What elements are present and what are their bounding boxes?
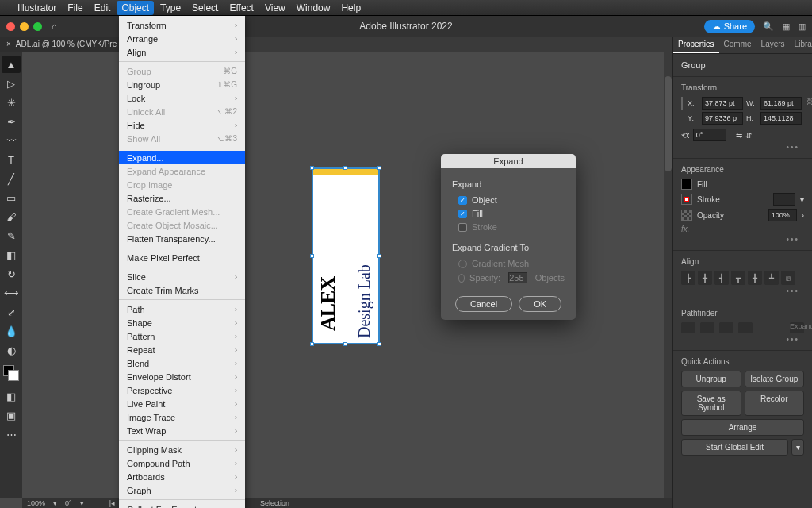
menu-effect[interactable]: Effect [229,2,253,13]
menu-item-path[interactable]: Path› [119,302,245,316]
align-to-icon[interactable]: ⎚ [781,271,795,285]
menu-item-ungroup[interactable]: Ungroup⇧⌘G [119,78,245,91]
intersect-icon[interactable] [719,322,733,333]
menu-file[interactable]: File [67,2,82,13]
close-tab-icon[interactable]: × [6,40,11,48]
global-edit-button[interactable]: Start Global Edit [681,439,788,456]
shaper-tool[interactable]: ✎ [2,227,21,244]
selection-bounding-box[interactable] [312,167,380,344]
more-options-icon[interactable]: ••• [681,141,804,152]
menu-edit[interactable]: Edit [94,2,111,13]
window-minimize-button[interactable] [20,22,29,31]
exclude-icon[interactable] [738,322,753,333]
more-options-icon[interactable]: ••• [681,285,804,295]
menu-item-flatten-transparency[interactable]: Flatten Transparency... [119,232,245,245]
magic-wand-tool[interactable]: ✳ [2,94,21,111]
menu-item-collect-for-export[interactable]: Collect For Export› [119,502,245,508]
fx-label[interactable]: fx. [681,225,804,233]
menu-item-slice[interactable]: Slice› [119,270,245,283]
align-top-icon[interactable]: ┳ [731,271,745,285]
menu-help[interactable]: Help [341,2,361,13]
global-edit-dropdown-icon[interactable]: ▾ [791,439,804,456]
menu-item-transform[interactable]: Transform› [119,18,245,32]
menu-item-image-trace[interactable]: Image Trace› [119,410,245,424]
menu-item-arrange[interactable]: Arrange› [119,32,245,45]
screen-mode-icon[interactable]: ▣ [2,406,21,424]
scrollbar-thumb[interactable] [665,76,672,171]
color-mode-icon[interactable]: ◧ [2,387,21,405]
share-button[interactable]: ☁Share [704,20,755,33]
link-wh-icon[interactable]: ⛓ [806,97,812,106]
type-tool[interactable]: T [2,151,21,168]
menu-item-create-trim-marks[interactable]: Create Trim Marks [119,283,245,297]
menu-item-shape[interactable]: Shape› [119,316,245,329]
y-input[interactable] [702,112,743,125]
align-vcenter-icon[interactable]: ╋ [748,271,762,285]
fill-stroke-swatch[interactable] [3,365,19,381]
menu-item-expand[interactable]: Expand... [119,151,245,164]
menu-item-text-wrap[interactable]: Text Wrap› [119,424,245,437]
stroke-weight-input[interactable] [773,193,795,206]
menu-item-repeat[interactable]: Repeat› [119,343,245,356]
angle-input[interactable] [693,129,726,141]
menu-item-live-paint[interactable]: Live Paint› [119,397,245,410]
first-artboard-icon[interactable]: |◂ [108,499,117,507]
opacity-swatch[interactable] [681,210,692,221]
document-tab[interactable]: × ADL.ai @ 100 % (CMYK/Pre [0,37,124,52]
align-left-icon[interactable]: ┣ [681,271,695,285]
window-close-button[interactable] [6,22,15,31]
unite-icon[interactable] [681,322,695,333]
menu-item-rasterize[interactable]: Rasterize... [119,191,245,205]
gradient-tool[interactable]: ◐ [2,341,21,359]
menu-illustrator[interactable]: Illustrator [17,2,56,13]
align-right-icon[interactable]: ┫ [714,271,729,285]
tab-properties[interactable]: Properties [673,37,719,53]
checkbox-icon[interactable]: ✓ [458,196,467,205]
workspace-icon[interactable]: ▥ [798,21,806,32]
h-input[interactable] [760,112,802,125]
selection-tool[interactable]: ▲ [2,56,21,73]
cancel-button[interactable]: Cancel [455,296,512,312]
ok-button[interactable]: OK [519,296,561,312]
save-symbol-button[interactable]: Save as Symbol [681,391,741,416]
menu-object[interactable]: Object [117,1,154,15]
rotate-tool[interactable]: ↻ [2,265,21,283]
menu-view[interactable]: View [265,2,285,13]
opacity-input[interactable] [768,209,797,221]
home-icon[interactable]: ⌂ [52,21,57,31]
minus-front-icon[interactable] [700,322,714,333]
pen-tool[interactable]: ✒ [2,113,21,130]
zoom-level[interactable]: 100% [27,499,45,507]
align-bottom-icon[interactable]: ┻ [764,271,779,285]
rotate-dropdown-icon[interactable]: ▾ [80,499,84,507]
isolate-group-button[interactable]: Isolate Group [745,371,805,387]
menu-type[interactable]: Type [160,2,181,13]
paintbrush-tool[interactable]: 🖌 [2,208,21,225]
rectangle-tool[interactable]: ▭ [2,189,21,206]
search-icon[interactable]: 🔍 [763,21,774,32]
free-transform-tool[interactable]: ⤢ [2,303,21,321]
edit-toolbar-icon[interactable]: ⋯ [2,425,21,443]
menu-window[interactable]: Window [297,2,331,13]
reference-point-icon[interactable] [681,97,683,110]
menu-item-lock[interactable]: Lock› [119,91,245,105]
arrange-documents-icon[interactable]: ▦ [782,21,790,32]
menu-item-align[interactable]: Align› [119,45,245,59]
fill-swatch[interactable] [681,179,692,190]
menu-item-clipping-mask[interactable]: Clipping Mask› [119,443,245,456]
more-options-icon[interactable]: ••• [681,233,804,244]
width-tool[interactable]: ⟷ [2,284,21,302]
checkbox-icon[interactable]: ✓ [458,210,467,218]
flip-h-icon[interactable]: ⇋ [736,131,742,140]
opacity-dropdown-icon[interactable]: › [802,211,804,220]
w-input[interactable] [760,97,802,110]
menu-item-graph[interactable]: Graph› [119,483,245,497]
align-hcenter-icon[interactable]: ╋ [698,271,712,285]
eraser-tool[interactable]: ◧ [2,246,21,264]
tab-libraries[interactable]: Librarie [790,37,812,53]
stroke-dropdown-icon[interactable]: ▾ [800,195,804,204]
menu-item-blend[interactable]: Blend› [119,356,245,370]
recolor-button[interactable]: Recolor [745,391,805,416]
x-input[interactable] [702,97,743,110]
ungroup-button[interactable]: Ungroup [681,371,741,387]
